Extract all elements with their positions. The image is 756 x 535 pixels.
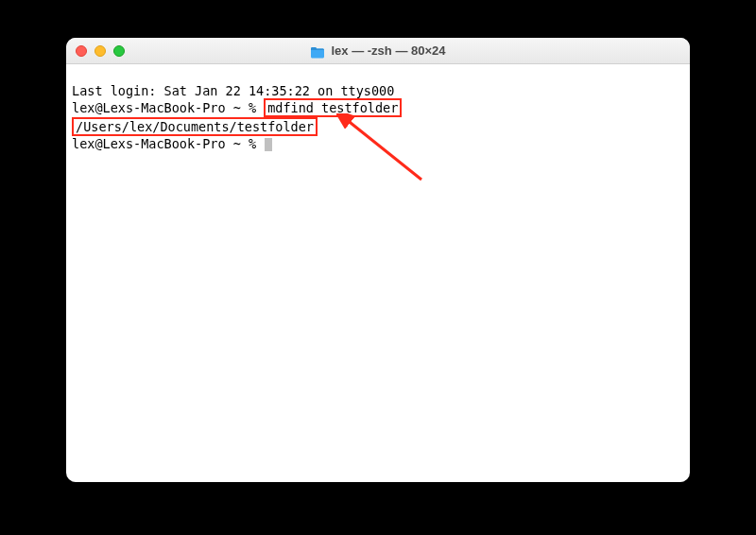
output-line: /Users/lex/Documents/testfolder xyxy=(72,117,684,136)
zoom-icon[interactable] xyxy=(113,45,125,57)
window-title-wrap: lex — -zsh — 80×24 xyxy=(66,43,690,58)
terminal-content[interactable]: Last login: Sat Jan 22 14:35:22 on ttys0… xyxy=(66,64,690,200)
titlebar[interactable]: lex — -zsh — 80×24 xyxy=(66,38,690,64)
window-title: lex — -zsh — 80×24 xyxy=(331,43,445,58)
prompt-line-2: lex@Lexs-MacBook-Pro ~ % xyxy=(72,136,684,151)
traffic-lights xyxy=(76,45,125,57)
highlighted-command: mdfind testfolder xyxy=(264,98,402,117)
prompt-1: lex@Lexs-MacBook-Pro ~ % xyxy=(72,100,264,115)
prompt-2: lex@Lexs-MacBook-Pro ~ % xyxy=(72,136,264,151)
terminal-window: lex — -zsh — 80×24 Last login: Sat Jan 2… xyxy=(66,38,690,482)
minimize-icon[interactable] xyxy=(94,45,106,57)
prompt-line-1: lex@Lexs-MacBook-Pro ~ % mdfind testfold… xyxy=(72,98,684,117)
folder-icon xyxy=(310,44,325,57)
close-icon[interactable] xyxy=(76,45,87,57)
cursor-icon xyxy=(265,138,272,151)
highlighted-output: /Users/lex/Documents/testfolder xyxy=(72,117,318,136)
last-login-line: Last login: Sat Jan 22 14:35:22 on ttys0… xyxy=(72,83,684,98)
